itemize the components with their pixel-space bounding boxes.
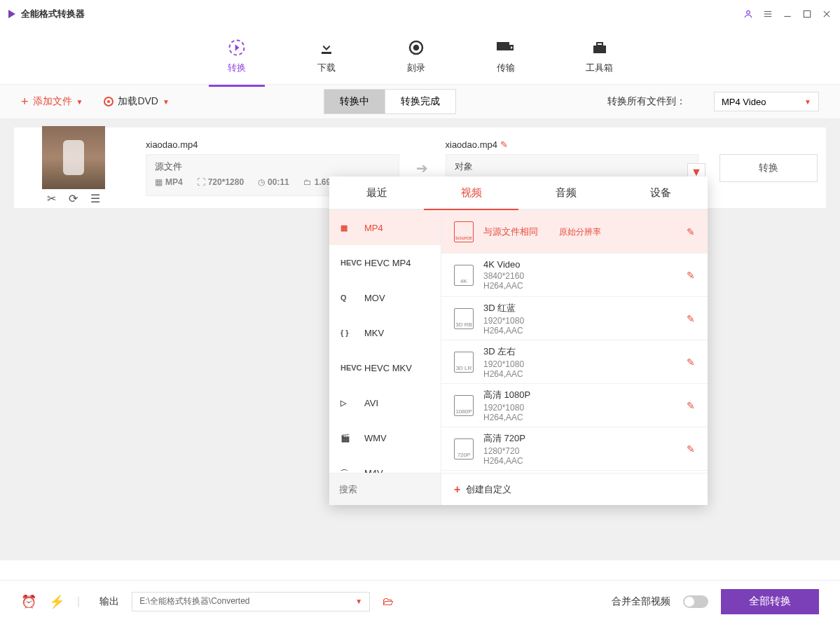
minimize-icon[interactable] bbox=[783, 9, 792, 19]
thumbnail-block: ✂ ⟳ ☰ bbox=[14, 130, 133, 205]
format-item-wmv[interactable]: 🎬WMV bbox=[329, 420, 441, 455]
crop-icon[interactable]: ⟳ bbox=[69, 192, 78, 205]
clock-icon[interactable]: ⏰ bbox=[21, 594, 36, 609]
preset-item[interactable]: 720P高清 720P1280*720H264,AAC✎ bbox=[441, 427, 708, 471]
chevron-down-icon: ▼ bbox=[76, 98, 83, 106]
edit-preset-icon[interactable]: ✎ bbox=[687, 270, 695, 281]
speed-icon[interactable]: ⚡ bbox=[49, 594, 64, 609]
format-icon: 🎬 bbox=[340, 431, 356, 444]
format-icon: HEVC bbox=[340, 256, 356, 269]
toolbox-icon bbox=[590, 38, 610, 57]
merge-label: 合并全部视频 bbox=[612, 595, 670, 608]
format-label: MOV bbox=[364, 293, 385, 303]
preset-item[interactable]: 4K4K Video3840*2160H264,AAC✎ bbox=[441, 254, 708, 297]
user-icon[interactable] bbox=[743, 9, 753, 19]
preset-icon: 3D LR bbox=[454, 352, 474, 373]
target-filename: xiaodao.mp4✎ bbox=[446, 139, 699, 150]
edit-preset-icon[interactable]: ✎ bbox=[687, 357, 695, 368]
create-custom-button[interactable]: + 创建自定义 bbox=[441, 474, 708, 505]
target-panel-title: 对象 bbox=[455, 160, 690, 173]
all-files-to-label: 转换所有文件到： bbox=[607, 95, 686, 108]
preset-sub: 1920*1080H264,AAC bbox=[483, 359, 677, 379]
format-label: M4V bbox=[364, 468, 383, 474]
preset-item[interactable]: 3D RB3D 红蓝1920*1080H264,AAC✎ bbox=[441, 297, 708, 340]
preset-name: 3D 红蓝 bbox=[483, 302, 677, 315]
format-list[interactable]: ▦MP4HEVCHEVC MP4QMOV{ }MKVHEVCHEVC MKV▷A… bbox=[329, 210, 441, 473]
load-dvd-button[interactable]: 加载DVD ▼ bbox=[104, 95, 169, 108]
settings-icon[interactable]: ☰ bbox=[90, 192, 100, 205]
format-item-hevc-mkv[interactable]: HEVCHEVC MKV bbox=[329, 350, 441, 385]
arrow-icon: ➔ bbox=[412, 160, 433, 177]
nav-burn[interactable]: 刻录 bbox=[392, 32, 440, 80]
chevron-down-icon: ▼ bbox=[804, 98, 811, 106]
format-item-mp4[interactable]: ▦MP4 bbox=[329, 210, 441, 245]
svg-rect-5 bbox=[804, 11, 810, 17]
format-popup: 最近 视频 音频 设备 ▦MP4HEVCHEVC MP4QMOV{ }MKVHE… bbox=[329, 177, 708, 505]
search-input[interactable] bbox=[339, 484, 431, 495]
popup-tab-device[interactable]: 设备 bbox=[613, 177, 708, 209]
close-icon[interactable] bbox=[822, 9, 832, 19]
preset-icon: 4K bbox=[454, 265, 474, 286]
tab-converting[interactable]: 转换中 bbox=[324, 89, 385, 114]
nav-convert[interactable]: 转换 bbox=[213, 32, 261, 80]
output-path-select[interactable]: E:\全能格式转换器\Converted ▼ bbox=[132, 592, 370, 611]
format-item-hevc-mp4[interactable]: HEVCHEVC MP4 bbox=[329, 245, 441, 280]
status-tabs: 转换中 转换完成 bbox=[324, 89, 456, 114]
preset-list[interactable]: source与源文件相同原始分辨率✎4K4K Video3840*2160H26… bbox=[441, 210, 708, 473]
transfer-icon bbox=[496, 38, 516, 57]
edit-preset-icon[interactable]: ✎ bbox=[687, 313, 695, 324]
app-logo-icon bbox=[8, 10, 15, 18]
format-label: MKV bbox=[364, 328, 384, 338]
load-dvd-label: 加载DVD bbox=[118, 95, 158, 108]
preset-item[interactable]: 1080P高清 1080P1920*1080H264,AAC✎ bbox=[441, 384, 708, 427]
format-icon: ⌒ bbox=[340, 466, 356, 473]
src-resolution: ⛶ 720*1280 bbox=[197, 177, 244, 187]
svg-rect-14 bbox=[597, 43, 603, 46]
preset-item[interactable]: source与源文件相同原始分辨率✎ bbox=[441, 210, 708, 254]
popup-tab-recent[interactable]: 最近 bbox=[329, 177, 424, 209]
nav-transfer[interactable]: 传输 bbox=[482, 32, 530, 80]
format-item-avi[interactable]: ▷AVI bbox=[329, 385, 441, 420]
edit-preset-icon[interactable]: ✎ bbox=[687, 443, 695, 455]
format-label: AVI bbox=[364, 398, 378, 408]
maximize-icon[interactable] bbox=[802, 9, 812, 19]
preset-icon: 3D RB bbox=[454, 308, 474, 329]
titlebar: 全能格式转换器 bbox=[0, 0, 840, 28]
edit-name-icon[interactable]: ✎ bbox=[500, 139, 508, 150]
nav-toolbox[interactable]: 工具箱 bbox=[572, 32, 627, 80]
merge-toggle[interactable] bbox=[683, 595, 708, 608]
search-box[interactable] bbox=[329, 474, 441, 505]
tab-done[interactable]: 转换完成 bbox=[385, 89, 456, 114]
format-item-m4v[interactable]: ⌒M4V bbox=[329, 455, 441, 473]
burn-icon bbox=[406, 38, 426, 57]
preset-sub: 1920*1080H264,AAC bbox=[483, 316, 677, 336]
nav-download[interactable]: 下载 bbox=[303, 32, 350, 80]
edit-preset-icon[interactable]: ✎ bbox=[687, 226, 695, 237]
convert-button[interactable]: 转换 bbox=[719, 154, 818, 182]
src-duration: ◷ 00:11 bbox=[258, 177, 289, 187]
popup-tab-audio[interactable]: 音频 bbox=[518, 177, 613, 209]
preset-sub: 1920*1080H264,AAC bbox=[483, 403, 677, 422]
menu-icon[interactable] bbox=[763, 9, 773, 19]
convert-all-button[interactable]: 全部转换 bbox=[721, 589, 819, 614]
chevron-down-icon: ▼ bbox=[355, 597, 362, 605]
format-icon: HEVC bbox=[340, 361, 356, 374]
video-thumbnail[interactable] bbox=[42, 126, 105, 189]
format-item-mkv[interactable]: { }MKV bbox=[329, 315, 441, 350]
add-file-button[interactable]: + 添加文件 ▼ bbox=[21, 95, 83, 109]
nav-transfer-label: 传输 bbox=[497, 62, 515, 74]
nav-convert-label: 转换 bbox=[228, 62, 246, 74]
nav-download-label: 下载 bbox=[317, 62, 336, 74]
format-label: WMV bbox=[364, 433, 387, 443]
edit-preset-icon[interactable]: ✎ bbox=[687, 400, 695, 411]
cut-icon[interactable]: ✂ bbox=[47, 192, 56, 205]
format-select-value: MP4 Video bbox=[722, 97, 766, 107]
popup-tab-video[interactable]: 视频 bbox=[424, 177, 518, 209]
open-folder-icon[interactable]: 🗁 bbox=[383, 595, 394, 608]
preset-sub: 3840*2160H264,AAC bbox=[483, 271, 677, 291]
svg-point-0 bbox=[747, 11, 750, 14]
format-select[interactable]: MP4 Video ▼ bbox=[714, 92, 819, 111]
format-item-mov[interactable]: QMOV bbox=[329, 280, 441, 315]
preset-item[interactable]: 3D LR3D 左右1920*1080H264,AAC✎ bbox=[441, 340, 708, 384]
main-nav: 转换 下载 刻录 传输 工具箱 bbox=[0, 28, 840, 84]
